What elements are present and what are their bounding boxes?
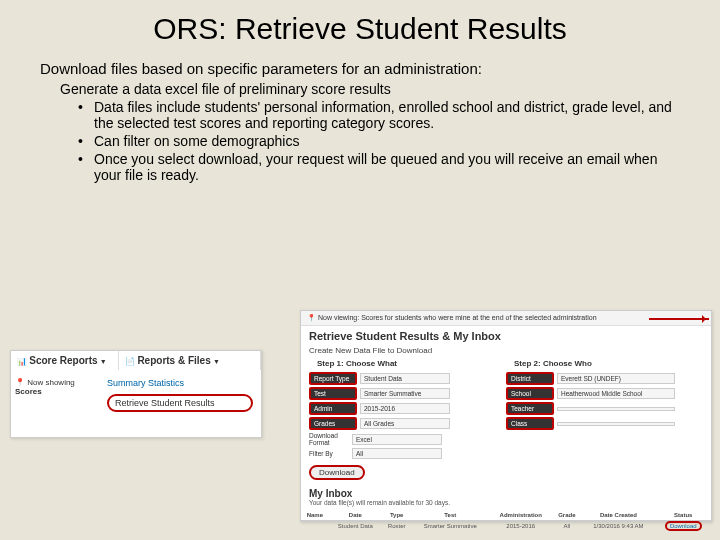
class-label: Class — [506, 417, 554, 430]
intro-text: Download files based on specific paramet… — [40, 60, 680, 77]
teacher-label: Teacher — [506, 402, 554, 415]
step1-label: Step 1: Choose What — [309, 357, 506, 370]
page-title: ORS: Retrieve Student Results — [0, 0, 720, 52]
td: All — [552, 521, 581, 532]
inbox-table: Name Date Type Test Administration Grade… — [301, 510, 711, 531]
pin-icon: 📍 — [15, 378, 25, 387]
format-label: Download Format — [309, 432, 349, 446]
test-label: Test — [309, 387, 357, 400]
bullet-item: Can filter on some demographics — [78, 133, 680, 149]
school-select[interactable]: Heatherwood Middle School — [557, 388, 675, 399]
td — [301, 521, 329, 532]
td: 1/30/2016 9:43 AM — [581, 521, 655, 532]
td: Roster — [382, 521, 412, 532]
main-panel: 📍 Now viewing: Scores for students who w… — [300, 310, 712, 522]
report-type-label: Report Type — [309, 372, 357, 385]
score-reports-menu[interactable]: Score Reports — [29, 355, 97, 366]
admin-label: Admin — [309, 402, 357, 415]
step2-label: Step 2: Choose Who — [506, 357, 703, 370]
inbox-note: Your data file(s) will remain available … — [301, 499, 711, 506]
retrieve-results-link[interactable]: Retrieve Student Results — [107, 394, 253, 412]
summary-statistics-link[interactable]: Summary Statistics — [99, 374, 261, 392]
school-label: School — [506, 387, 554, 400]
teacher-select[interactable] — [557, 407, 675, 411]
now-showing-label: Now showing — [27, 378, 75, 387]
panel-heading: Retrieve Student Results & My Inbox — [301, 326, 711, 344]
th-date: Date — [329, 510, 382, 521]
class-select[interactable] — [557, 422, 675, 426]
chevron-down-icon: ▼ — [213, 358, 220, 365]
table-row: Student Data Roster Smarter Summative 20… — [301, 521, 711, 532]
topbar-text: Now viewing: Scores for students who wer… — [318, 314, 597, 321]
chart-icon: 📊 — [17, 357, 27, 366]
test-select[interactable]: Smarter Summative — [360, 388, 450, 399]
subtitle-text: Generate a data excel file of preliminar… — [60, 81, 680, 97]
td: 2015-2016 — [489, 521, 552, 532]
th-created: Date Created — [581, 510, 655, 521]
document-icon: 📄 — [125, 357, 135, 366]
td: Smarter Summative — [411, 521, 489, 532]
th-grade: Grade — [552, 510, 581, 521]
chevron-down-icon: ▼ — [100, 358, 107, 365]
download-link[interactable]: Download — [665, 521, 702, 531]
td: Student Data — [329, 521, 382, 532]
filter-select[interactable]: All — [352, 448, 442, 459]
bullet-item: Once you select download, your request w… — [78, 151, 680, 183]
admin-select[interactable]: 2015-2016 — [360, 403, 450, 414]
pin-icon: 📍 — [307, 314, 316, 321]
bullet-list: Data files include students' personal in… — [78, 99, 680, 183]
reports-files-menu[interactable]: Reports & Files — [137, 355, 210, 366]
district-select[interactable]: Everett SD (UNDEF) — [557, 373, 675, 384]
create-new-label: Create New Data File to Download — [301, 344, 711, 357]
scores-label: Scores — [15, 387, 42, 396]
th-type: Type — [382, 510, 412, 521]
th-admin: Administration — [489, 510, 552, 521]
grades-label: Grades — [309, 417, 357, 430]
th-status: Status — [655, 510, 711, 521]
th-test: Test — [411, 510, 489, 521]
district-label: District — [506, 372, 554, 385]
menu-panel: 📊 Score Reports ▼ 📄 Reports & Files ▼ 📍 … — [10, 350, 262, 438]
th-name: Name — [301, 510, 329, 521]
grades-select[interactable]: All Grades — [360, 418, 450, 429]
inbox-heading: My Inbox — [301, 484, 711, 499]
filter-label: Filter By — [309, 450, 349, 457]
report-type-select[interactable]: Student Data — [360, 373, 450, 384]
arrow-annotation — [649, 318, 709, 320]
download-button[interactable]: Download — [309, 465, 365, 480]
format-select[interactable]: Excel — [352, 434, 442, 445]
bullet-item: Data files include students' personal in… — [78, 99, 680, 131]
